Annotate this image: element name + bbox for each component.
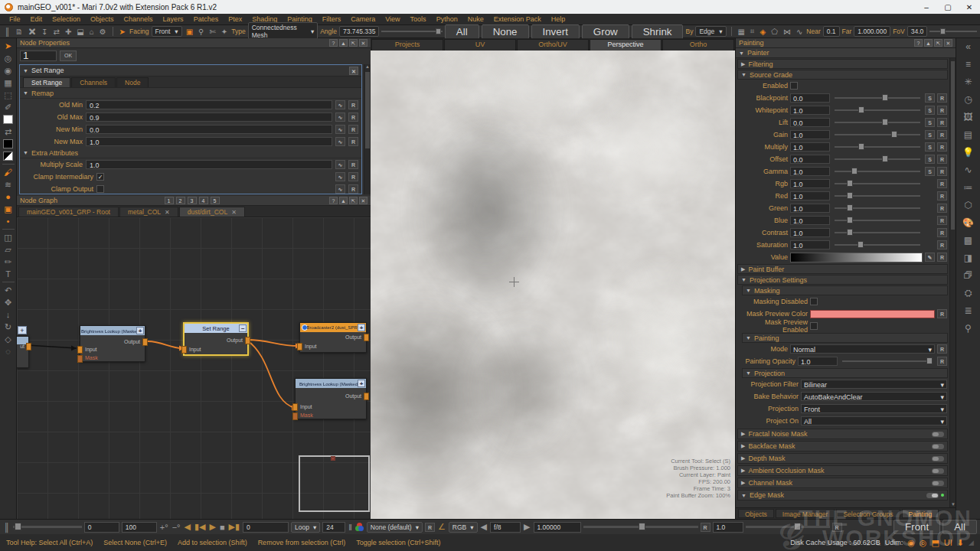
lock-button[interactable]: OK [60,51,77,61]
lasso-tool-icon[interactable]: ◌ [5,347,11,356]
backdrop-node[interactable]: ▪ [299,455,370,512]
import-icon[interactable]: ⇄ [51,28,60,36]
foreground-swatch[interactable] [3,115,13,124]
ramp-icon[interactable]: ∠ [437,522,446,532]
mask-preview-color-swatch[interactable] [810,310,935,318]
reset-button[interactable]: R [348,112,358,122]
float-icon[interactable]: ⇱ [349,39,358,47]
fstop-decrease-icon[interactable]: ◀ [480,522,488,532]
collapse-icon[interactable]: ▲ [924,39,933,47]
audio-icon[interactable]: ∿ [795,28,804,36]
whitepoint-slider[interactable] [835,109,920,111]
menu-nuke[interactable]: Nuke [463,15,488,24]
export-icon[interactable]: ✚ [64,28,73,36]
transform-icon[interactable]: ◎ [5,54,12,63]
projection-dropdown[interactable]: Front▾ [801,404,947,413]
curve-icon[interactable]: ∿ [335,125,345,134]
near-field[interactable]: 0.1 [823,26,840,37]
step-back-icon[interactable]: ◀ [183,522,191,532]
float-icon[interactable]: ⇱ [934,39,942,47]
close-button[interactable]: ✕ [959,3,980,11]
fractal-noise-mask-header[interactable]: ▶Fractal Noise Mask [737,429,948,439]
bookmark-3-button[interactable]: 3 [188,197,197,204]
lut-dropdown[interactable]: None (default)▾ [367,522,423,533]
reset-button[interactable]: R [348,100,358,109]
help-icon[interactable]: ? [329,39,338,47]
backface-mask-header[interactable]: ▶Backface Mask [737,441,948,452]
node-set-range[interactable]: Set Range ~ Output Input [183,322,249,356]
contrast-field[interactable]: 1.0 [790,228,830,237]
graph-tab-metal-col[interactable]: metal_COL✕ [119,207,178,217]
tool-properties-icon[interactable]: ⛭ [965,288,972,298]
mask-toggle[interactable] [932,468,944,474]
set-button[interactable]: S [925,106,935,115]
mask-toggle[interactable] [932,432,944,437]
exposure-slider[interactable] [583,526,698,528]
home-icon[interactable]: ⌂ [88,28,96,36]
offset-slider[interactable] [835,158,920,160]
palette-icon[interactable]: 🎨 [962,217,974,228]
close-tab-icon[interactable]: ✕ [165,209,170,216]
select-shrink-button[interactable]: Shrink [632,24,684,39]
image-manager-icon[interactable]: 🖼 [964,112,973,122]
collapse-strip-icon[interactable]: « [965,41,971,52]
new-max-field[interactable]: 1.0 [86,137,332,146]
pen-icon[interactable]: ✎ [925,253,935,262]
facing-dropdown[interactable]: Front▾ [152,26,182,37]
resize-grip-icon[interactable]: ◢ [969,539,974,546]
stack-icon[interactable]: ≣ [964,305,972,316]
front-button[interactable]: Front [893,520,940,534]
remap-group-header[interactable]: ▼ Remap [20,88,361,99]
lift-slider[interactable] [835,122,920,123]
reset-button[interactable]: R [937,142,947,152]
expand-node-icon[interactable]: + [358,380,365,387]
mode-dropdown[interactable]: Normal▾ [790,344,935,354]
masking-disabled-checkbox[interactable] [810,298,818,305]
close-panel-icon[interactable]: ✕ [359,39,368,47]
gain-field[interactable]: 1.0 [713,522,743,533]
viewport-tab-uv[interactable]: UV [444,39,516,51]
bookmark-4-button[interactable]: 4 [199,197,208,204]
opacity-slider[interactable] [842,360,933,362]
close-panel-icon[interactable]: ✕ [944,39,952,47]
projection-section-header[interactable]: ▼ Projection [742,368,948,378]
menu-edit[interactable]: Edit [26,15,47,24]
3d-view[interactable]: Current Tool: Select (S) Brush Pressure:… [371,51,735,519]
multiply-scale-field[interactable]: 1.0 [86,160,332,169]
close-icon[interactable]: ✕ [349,67,358,75]
all-button[interactable]: All [942,520,977,534]
pull-icon[interactable]: ↓ [6,310,11,319]
rotate-icon[interactable]: ↻ [5,322,11,331]
rgb-field[interactable]: 1.0 [790,179,830,188]
reset-button[interactable]: R [937,93,947,103]
sphere-icon[interactable]: ● [5,192,11,201]
mask-toggle[interactable] [932,481,944,486]
viewport-tab-projects[interactable]: Projects [371,39,443,51]
node-stub-output[interactable]: ut [17,336,29,368]
reset-button[interactable]: R [425,523,435,532]
pin-select-icon[interactable]: ⚲ [197,28,205,36]
value-gradient[interactable] [790,253,923,262]
select-none-button[interactable]: None [482,24,529,39]
menu-channels[interactable]: Channels [119,15,158,24]
remove-key-icon[interactable]: −° [172,523,181,532]
pin-icon[interactable]: ⚲ [965,323,972,334]
expand-node-icon[interactable]: + [136,327,144,334]
paint-brush-icon[interactable]: 🖌 [4,168,12,177]
reset-button[interactable]: R [348,160,358,169]
enabled-checkbox[interactable] [790,82,798,90]
stop-icon[interactable]: ■ [219,523,226,532]
range-start-field[interactable]: 0 [84,522,119,533]
blue-field[interactable]: 1.0 [790,216,830,225]
gain-slider[interactable] [746,526,830,528]
menu-python[interactable]: Python [432,15,462,24]
viewport-tab-perspective[interactable]: Perspective [590,39,662,51]
play-icon[interactable]: ▶ [208,522,216,532]
multiply-slider[interactable] [835,146,920,148]
gain-slider[interactable] [835,134,920,135]
select-all-button[interactable]: All [445,24,479,39]
offset-field[interactable]: 0.0 [790,155,830,164]
set-button[interactable]: S [925,167,935,176]
history-palette-icon[interactable]: ◷ [964,94,972,105]
scrollbar[interactable]: ▲ [364,64,371,194]
